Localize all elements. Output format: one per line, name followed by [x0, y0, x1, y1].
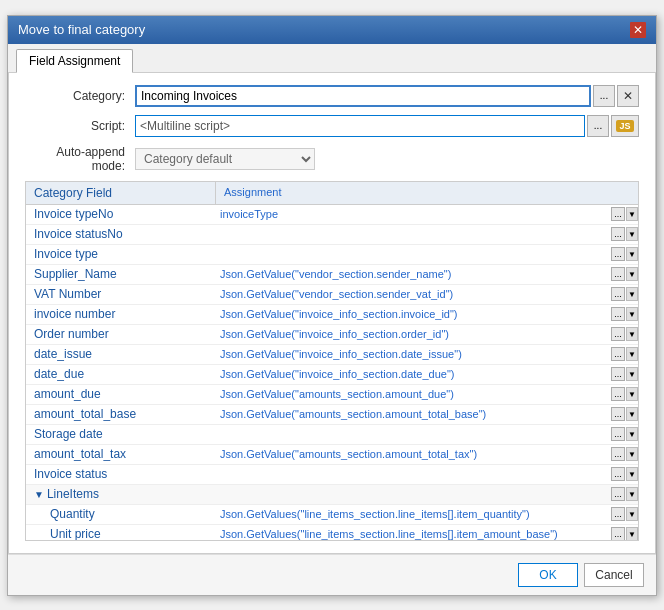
field-cell: date_due [26, 365, 216, 383]
row-dropdown-button[interactable]: ▼ [626, 427, 638, 441]
row-dropdown-button[interactable]: ▼ [626, 227, 638, 241]
row-actions: ...▼ [608, 467, 638, 481]
field-cell: Order number [26, 325, 216, 343]
row-actions: ...▼ [608, 407, 638, 421]
field-cell: Invoice statusNo [26, 225, 216, 243]
assign-cell [216, 472, 608, 476]
cancel-button[interactable]: Cancel [584, 563, 644, 587]
table-row: Invoice type...▼ [26, 245, 638, 265]
tab-field-assignment[interactable]: Field Assignment [16, 49, 133, 73]
row-actions: ...▼ [608, 447, 638, 461]
category-browse-button[interactable]: ... [593, 85, 615, 107]
row-dropdown-button[interactable]: ▼ [626, 207, 638, 221]
row-browse-button[interactable]: ... [611, 387, 625, 401]
close-button[interactable]: ✕ [630, 22, 646, 38]
row-actions: ...▼ [608, 507, 638, 521]
field-cell: amount_total_base [26, 405, 216, 423]
row-dropdown-button[interactable]: ▼ [626, 367, 638, 381]
row-dropdown-button[interactable]: ▼ [626, 327, 638, 341]
field-cell: ▼LineItems [26, 485, 216, 503]
row-browse-button[interactable]: ... [611, 487, 625, 501]
dialog-footer: OK Cancel [8, 554, 656, 595]
script-label: Script: [25, 119, 135, 133]
table-row: Storage date...▼ [26, 425, 638, 445]
table-row: Order numberJson.GetValue("invoice_info_… [26, 325, 638, 345]
row-browse-button[interactable]: ... [611, 287, 625, 301]
row-dropdown-button[interactable]: ▼ [626, 467, 638, 481]
row-actions: ...▼ [608, 227, 638, 241]
script-browse-button[interactable]: ... [587, 115, 609, 137]
row-browse-button[interactable]: ... [611, 327, 625, 341]
row-dropdown-button[interactable]: ▼ [626, 247, 638, 261]
row-actions: ...▼ [608, 367, 638, 381]
category-clear-button[interactable]: ✕ [617, 85, 639, 107]
row-browse-button[interactable]: ... [611, 527, 625, 541]
script-js-button[interactable]: JS [611, 115, 639, 137]
row-browse-button[interactable]: ... [611, 247, 625, 261]
row-actions: ...▼ [608, 247, 638, 261]
row-browse-button[interactable]: ... [611, 427, 625, 441]
table-row: Invoice statusNo...▼ [26, 225, 638, 245]
row-actions: ...▼ [608, 307, 638, 321]
assign-cell: Json.GetValue("amounts_section.amount_du… [216, 386, 608, 402]
row-actions: ...▼ [608, 487, 638, 501]
row-dropdown-button[interactable]: ▼ [626, 527, 638, 541]
row-actions: ...▼ [608, 287, 638, 301]
category-input[interactable] [135, 85, 591, 107]
row-dropdown-button[interactable]: ▼ [626, 447, 638, 461]
auto-append-label: Auto-append mode: [25, 145, 135, 173]
row-dropdown-button[interactable]: ▼ [626, 407, 638, 421]
row-browse-button[interactable]: ... [611, 447, 625, 461]
row-dropdown-button[interactable]: ▼ [626, 307, 638, 321]
field-assignment-table: Category Field Assignment Invoice typeNo… [25, 181, 639, 541]
row-browse-button[interactable]: ... [611, 507, 625, 521]
row-browse-button[interactable]: ... [611, 347, 625, 361]
assign-cell: Json.GetValue("invoice_info_section.date… [216, 366, 608, 382]
ok-button[interactable]: OK [518, 563, 578, 587]
row-browse-button[interactable]: ... [611, 227, 625, 241]
row-dropdown-button[interactable]: ▼ [626, 287, 638, 301]
assign-cell [216, 252, 608, 256]
field-cell: Invoice typeNo [26, 205, 216, 223]
row-browse-button[interactable]: ... [611, 307, 625, 321]
row-dropdown-button[interactable]: ▼ [626, 507, 638, 521]
auto-append-select[interactable]: Category default [135, 148, 315, 170]
field-cell: Invoice type [26, 245, 216, 263]
row-dropdown-button[interactable]: ▼ [626, 387, 638, 401]
row-actions: ...▼ [608, 267, 638, 281]
col-header-field: Category Field [26, 182, 216, 204]
row-dropdown-button[interactable]: ▼ [626, 267, 638, 281]
assign-cell: Json.GetValue("invoice_info_section.invo… [216, 306, 608, 322]
tab-bar: Field Assignment [8, 44, 656, 73]
row-browse-button[interactable]: ... [611, 467, 625, 481]
assign-cell: Json.GetValues("line_items_section.line_… [216, 526, 608, 541]
table-row: Invoice typeNoinvoiceType...▼ [26, 205, 638, 225]
field-cell: amount_total_tax [26, 445, 216, 463]
field-cell: Supplier_Name [26, 265, 216, 283]
table-row: invoice numberJson.GetValue("invoice_inf… [26, 305, 638, 325]
row-dropdown-button[interactable]: ▼ [626, 487, 638, 501]
row-actions: ...▼ [608, 347, 638, 361]
assign-cell: Json.GetValue("vendor_section.sender_nam… [216, 266, 608, 282]
table-row: date_issueJson.GetValue("invoice_info_se… [26, 345, 638, 365]
field-cell: Invoice status [26, 465, 216, 483]
row-browse-button[interactable]: ... [611, 267, 625, 281]
table-row: amount_dueJson.GetValue("amounts_section… [26, 385, 638, 405]
assign-cell: Json.GetValue("amounts_section.amount_to… [216, 446, 608, 462]
dialog-body: Category: ... ✕ Script: ... JS Auto-appe… [8, 73, 656, 554]
script-input[interactable] [135, 115, 585, 137]
table-row: amount_total_baseJson.GetValue("amounts_… [26, 405, 638, 425]
field-cell: Unit price [26, 525, 216, 541]
row-dropdown-button[interactable]: ▼ [626, 347, 638, 361]
category-control: ... ✕ [135, 85, 639, 107]
row-browse-button[interactable]: ... [611, 407, 625, 421]
category-row: Category: ... ✕ [25, 85, 639, 107]
field-cell: Storage date [26, 425, 216, 443]
table-row: date_dueJson.GetValue("invoice_info_sect… [26, 365, 638, 385]
assign-cell [216, 232, 608, 236]
table-row: Invoice status...▼ [26, 465, 638, 485]
assign-cell: Json.GetValue("vendor_section.sender_vat… [216, 286, 608, 302]
row-browse-button[interactable]: ... [611, 207, 625, 221]
field-cell: date_issue [26, 345, 216, 363]
row-browse-button[interactable]: ... [611, 367, 625, 381]
